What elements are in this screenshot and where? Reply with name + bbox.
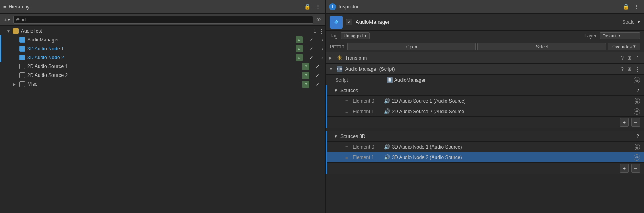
tag-value: Untagged <box>344 33 363 38</box>
element-0-label: Element 0 <box>352 98 381 104</box>
check-cell: ✓ <box>309 64 325 70</box>
arrow-right-icon: › <box>319 46 325 51</box>
layer-dropdown[interactable]: Default ▾ <box>600 32 640 39</box>
inspector-panel: i Inspector 🔒 ⋮ ✓ AudioManager Static ▾ <box>326 0 644 213</box>
object-header: ✓ AudioManager Static ▾ <box>326 14 644 31</box>
sources3d-section: ▼ Sources 3D 2 ≡ Element 0 🔊 3D Audio No… <box>326 131 644 174</box>
cube-icon <box>19 45 26 52</box>
inspector-header: i Inspector 🔒 ⋮ <box>326 0 644 14</box>
row-end: # ✓ › <box>296 54 325 61</box>
check-icon: ✓ <box>315 72 320 79</box>
script-help-btn[interactable]: ? <box>620 66 625 72</box>
sources-add-btn[interactable]: + <box>620 118 629 127</box>
hierarchy-add-button[interactable]: + ▾ <box>2 16 12 24</box>
check-icon: ✓ <box>309 55 313 61</box>
hierarchy-panel: ≡ Hierarchy 🔒 ⋮ + ▾ ⊕ All 👁 ▼ AudioTest … <box>0 0 326 213</box>
3d-element-0-value: 🔊 3D Audio Node 1 (Audio Source) <box>384 144 630 150</box>
prefab-select-btn[interactable]: Select <box>477 43 606 50</box>
check-icon: ✓ <box>315 81 320 87</box>
tree-item-audiotest[interactable]: ▼ AudioTest 1 ⋮ <box>0 27 325 35</box>
tree-item-3d-node-1[interactable]: 3D Audio Node 1 # ✓ › <box>0 44 325 53</box>
cube-outline-icon <box>19 72 26 79</box>
cube-icon <box>19 36 26 43</box>
transform-settings-btn[interactable]: ⊞ <box>626 55 632 61</box>
static-dropdown-btn[interactable]: ▾ <box>638 19 640 25</box>
sources-arrow: ▼ <box>334 88 338 93</box>
row-end: # ✓ › <box>296 45 325 52</box>
sources3d-left-border <box>326 131 327 174</box>
element-1-circle-btn[interactable]: ◎ <box>634 108 640 115</box>
hash-badge: # <box>296 36 303 43</box>
hash-badge: # <box>296 45 303 52</box>
inspector-lock-btn[interactable]: 🔒 <box>621 3 631 10</box>
sources3d-remove-btn[interactable]: − <box>631 164 640 173</box>
tree-item-2d-source-1[interactable]: 2D Audio Source 1 # ✓ <box>0 62 325 71</box>
sources3d-element-0[interactable]: ≡ Element 0 🔊 3D Audio Node 1 (Audio Sou… <box>326 142 644 152</box>
transform-component-header[interactable]: ▶ ✳ Transform ? ⊞ ⋮ <box>326 52 644 64</box>
audio-manager-component-header[interactable]: ▼ C# Audio Manager (Script) ? ⊞ ⋮ <box>326 64 644 75</box>
script-expand-arrow: ▼ <box>329 67 334 71</box>
audio-icon: 🔊 <box>384 108 390 114</box>
tree-item-3d-node-2[interactable]: 3D Audio Node 2 # ✓ › <box>0 53 325 62</box>
check-cell: ✓ <box>303 55 319 61</box>
hash-badge: # <box>302 72 309 79</box>
3d-element-0-label: Element 0 <box>352 144 381 150</box>
hierarchy-search-box: ⊕ All <box>13 16 313 24</box>
sources3d-element-1[interactable]: ≡ Element 1 🔊 3D Audio Node 2 (Audio Sou… <box>326 152 644 163</box>
tag-dropdown[interactable]: Untagged ▾ <box>341 32 370 39</box>
row-end: # ✓ <box>302 72 325 79</box>
script-action-icons: ? ⊞ ⋮ <box>620 66 641 72</box>
3d-element-0-circle-btn[interactable]: ◎ <box>634 144 640 150</box>
tree-item-misc[interactable]: ▶ Misc # ✓ <box>0 80 325 89</box>
sources-header[interactable]: ▼ Sources 2 <box>326 85 644 96</box>
sources-section: ▼ Sources 2 ≡ Element 0 🔊 2D Audio Sourc… <box>326 85 644 128</box>
sources3d-add-btn[interactable]: + <box>620 164 629 173</box>
check-cell: ✓ <box>309 81 325 87</box>
check-icon: ✓ <box>309 46 313 52</box>
info-icon: i <box>329 3 336 10</box>
audiotest-label: AudioTest <box>21 28 314 34</box>
tag-chevron: ▾ <box>364 33 367 38</box>
sources-element-0[interactable]: ≡ Element 0 🔊 2D Audio Source 1 (Audio S… <box>326 96 644 106</box>
sources3d-arrow: ▼ <box>334 134 338 139</box>
script-circle-btn[interactable]: ◎ <box>634 77 640 83</box>
script-more-btn[interactable]: ⋮ <box>634 66 641 72</box>
transform-component-name: Transform <box>345 55 618 61</box>
check-icon: ✓ <box>309 37 313 43</box>
sources-element-1[interactable]: ≡ Element 1 🔊 2D Audio Source 2 (Audio S… <box>326 106 644 117</box>
tree-item-audiomanager[interactable]: AudioManager # ✓ › <box>0 35 325 44</box>
object-enabled-checkbox[interactable]: ✓ <box>346 19 352 25</box>
transform-more-btn[interactable]: ⋮ <box>634 55 641 61</box>
script-icon: C# <box>336 66 343 72</box>
inspector-more-btn[interactable]: ⋮ <box>632 3 641 10</box>
audio-icon: 🔊 <box>384 98 390 104</box>
script-ref: 📄 AudioManager <box>387 77 630 83</box>
tree-item-2d-source-2[interactable]: 2D Audio Source 2 # ✓ <box>0 71 325 80</box>
hierarchy-more-btn[interactable]: ⋮ <box>314 3 322 10</box>
hierarchy-title: Hierarchy <box>9 4 29 10</box>
transform-expand-arrow: ▶ <box>329 56 334 60</box>
3d-element-1-circle-btn[interactable]: ◎ <box>634 154 640 161</box>
arrow-right-icon: › <box>319 37 325 42</box>
object-icon <box>330 16 343 29</box>
check-icon: ✓ <box>315 64 320 70</box>
prefab-open-btn[interactable]: Open <box>347 43 476 50</box>
script-settings-btn[interactable]: ⊞ <box>626 66 632 72</box>
prefab-row: Prefab Open Select Overrides ▾ <box>326 41 644 52</box>
hierarchy-lock-btn[interactable]: 🔒 <box>302 3 312 10</box>
script-field-label: Script <box>335 77 384 83</box>
search-icon: ⊕ <box>16 17 20 22</box>
element-0-circle-btn[interactable]: ◎ <box>634 98 640 104</box>
prefab-overrides-btn[interactable]: Overrides ▾ <box>608 43 640 50</box>
hamburger-icon: ≡ <box>3 4 6 10</box>
hash-badge: # <box>302 81 309 88</box>
audiotest-count: 1 <box>314 29 316 33</box>
tag-label: Tag <box>330 33 337 39</box>
sources3d-header[interactable]: ▼ Sources 3D 2 <box>326 131 644 142</box>
transform-help-btn[interactable]: ? <box>620 55 625 61</box>
audiotest-context-btn[interactable]: ⋮ <box>318 28 325 34</box>
audiomanager-label: AudioManager <box>27 37 296 43</box>
element-1-value: 🔊 2D Audio Source 2 (Audio Source) <box>384 108 630 114</box>
hierarchy-eye-btn[interactable]: 👁 <box>315 16 323 23</box>
sources-remove-btn[interactable]: − <box>631 118 640 127</box>
